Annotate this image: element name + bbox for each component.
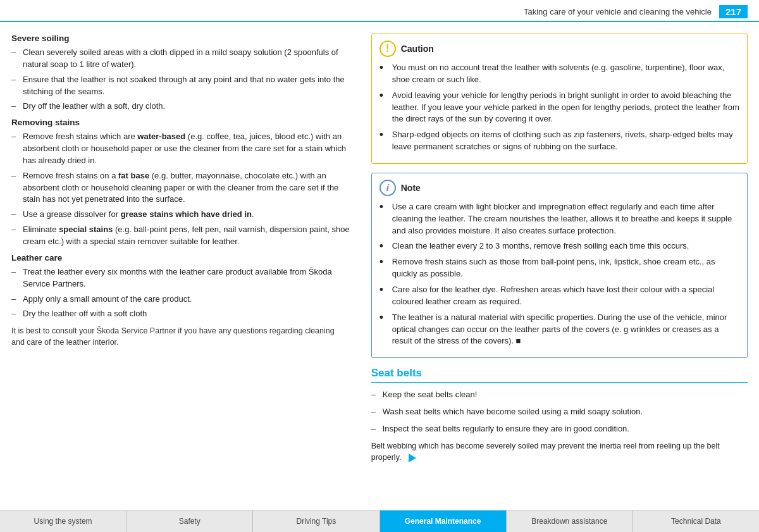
item-text: Apply only a small amount of the care pr…	[23, 294, 192, 306]
nav-item-using-the-system[interactable]: Using the system	[0, 510, 126, 532]
note-header: i Note	[379, 180, 739, 196]
item-text: Care also for the leather dye. Refreshen…	[392, 284, 739, 308]
item-text: Use a grease dissolver for grease stains…	[23, 209, 254, 221]
list-item: • Sharp-edged objects on items of clothi…	[379, 129, 739, 153]
arrow-right-icon	[409, 454, 416, 462]
item-text: Wash seat belts which have become soiled…	[383, 406, 643, 418]
page-header: Taking care of your vehicle and cleaning…	[0, 0, 759, 22]
removing-stains-list: – Remove fresh stains which are water-ba…	[11, 131, 350, 248]
list-item: – Dry off the leather with a soft, dry c…	[11, 101, 350, 113]
bullet-dot: •	[379, 201, 390, 213]
list-item: • The leather is a natural material with…	[379, 312, 739, 348]
page-wrapper: Taking care of your vehicle and cleaning…	[0, 0, 759, 532]
nav-item-driving-tips[interactable]: Driving Tips	[253, 510, 379, 532]
item-text: Remove fresh stains which are water-base…	[23, 131, 350, 167]
bullet-dot: •	[379, 62, 390, 73]
list-item: – Apply only a small amount of the care …	[11, 294, 350, 306]
bullet-dot: •	[379, 129, 390, 140]
bullet-dot: •	[379, 240, 390, 252]
note-title: Note	[401, 183, 421, 193]
item-text: The leather is a natural material with s…	[392, 312, 739, 348]
main-content: Severe soiling – Clean severely soiled a…	[0, 22, 759, 510]
dash-icon: –	[11, 308, 20, 320]
footer-nav: Using the system Safety Driving Tips Gen…	[0, 510, 759, 532]
item-text: Inspect the seat belts regularly to ensu…	[383, 423, 629, 435]
item-text: Sharp-edged objects on items of clothing…	[392, 129, 739, 153]
leather-care-section: Leather care – Treat the leather every s…	[11, 253, 350, 349]
info-text: It is best to consult your Škoda Service…	[11, 325, 350, 348]
list-item: – Clean severely soiled areas with a clo…	[11, 47, 350, 71]
item-text: Clean severely soiled areas with a cloth…	[23, 47, 350, 71]
list-item: – Wash seat belts which have become soil…	[371, 406, 748, 418]
list-item: • Care also for the leather dye. Refresh…	[379, 284, 739, 308]
list-item: • Avoid leaving your vehicle for lengthy…	[379, 90, 739, 126]
dash-icon: –	[11, 170, 20, 182]
severe-soiling-section: Severe soiling – Clean severely soiled a…	[11, 34, 350, 113]
right-column: ! Caution • You must on no account treat…	[365, 34, 748, 510]
seat-belts-title: Seat belts	[371, 367, 748, 383]
note-box: i Note • Use a care cream with light blo…	[371, 173, 748, 358]
nav-item-safety[interactable]: Safety	[126, 510, 253, 532]
bullet-dot: •	[379, 256, 390, 268]
leather-care-title: Leather care	[11, 253, 350, 263]
list-item: – Keep the seat belts clean!	[371, 389, 748, 401]
nav-item-general-maintenance[interactable]: General Maintenance	[380, 510, 507, 532]
caution-icon: !	[379, 40, 396, 57]
item-text: You must on no account treat the leather…	[392, 62, 739, 86]
item-text: Treat the leather every six months with …	[23, 266, 350, 290]
nav-item-breakdown-assistance[interactable]: Breakdown assistance	[507, 510, 633, 532]
removing-stains-section: Removing stains – Remove fresh stains wh…	[11, 118, 350, 248]
list-item: • You must on no account treat the leath…	[379, 62, 739, 86]
caution-title: Caution	[401, 44, 434, 54]
bullet-dot: •	[379, 312, 390, 323]
list-item: • Use a care cream with light blocker an…	[379, 201, 739, 237]
list-item: – Eliminate special stains (e.g. ball-po…	[11, 224, 350, 248]
bullet-dot: •	[379, 90, 390, 101]
item-text: Keep the seat belts clean!	[383, 389, 478, 401]
nav-item-technical-data[interactable]: Technical Data	[633, 510, 759, 532]
dash-icon: –	[11, 101, 20, 113]
leather-care-list: – Treat the leather every six months wit…	[11, 266, 350, 320]
item-text: Remove fresh stains on a fat base (e.g. …	[23, 170, 350, 206]
item-text: Eliminate special stains (e.g. ball-poin…	[23, 224, 350, 248]
page-number: 217	[719, 5, 748, 18]
seat-belts-list: – Keep the seat belts clean! – Wash seat…	[371, 389, 748, 435]
belt-webbing-text: Belt webbing which has become severely s…	[371, 440, 748, 463]
item-text: Use a care cream with light blocker and …	[392, 201, 739, 237]
dash-icon: –	[11, 266, 20, 278]
list-item: – Treat the leather every six months wit…	[11, 266, 350, 290]
bullet-dot: •	[379, 284, 390, 295]
dash-icon: –	[11, 209, 20, 221]
item-text: Ensure that the leather is not soaked th…	[23, 74, 350, 98]
dash-icon: –	[11, 47, 20, 59]
header-title: Taking care of your vehicle and cleaning…	[11, 7, 719, 16]
dash-icon: –	[11, 224, 20, 236]
list-item: – Dry the leather off with a soft cloth	[11, 308, 350, 320]
list-item: – Remove fresh stains on a fat base (e.g…	[11, 170, 350, 206]
dash-icon: –	[371, 423, 380, 435]
note-bullets: • Use a care cream with light blocker an…	[379, 201, 739, 347]
severe-soiling-list: – Clean severely soiled areas with a clo…	[11, 47, 350, 113]
severe-soiling-title: Severe soiling	[11, 34, 350, 43]
item-text: Avoid leaving your vehicle for lengthy p…	[392, 90, 739, 126]
dash-icon: –	[371, 389, 380, 401]
caution-bullets: • You must on no account treat the leath…	[379, 62, 739, 153]
item-text: Dry off the leather with a soft, dry clo…	[23, 101, 165, 113]
dash-icon: –	[11, 294, 20, 306]
item-text: Dry the leather off with a soft cloth	[23, 308, 147, 320]
list-item: • Remove fresh stains such as those from…	[379, 256, 739, 280]
caution-header: ! Caution	[379, 40, 739, 57]
removing-stains-title: Removing stains	[11, 118, 350, 127]
list-item: – Remove fresh stains which are water-ba…	[11, 131, 350, 167]
dash-icon: –	[371, 406, 380, 418]
item-text: Remove fresh stains such as those from b…	[392, 256, 739, 280]
dash-icon: –	[11, 131, 20, 143]
list-item: – Use a grease dissolver for grease stai…	[11, 209, 350, 221]
list-item: • Clean the leather every 2 to 3 months,…	[379, 240, 739, 252]
caution-box: ! Caution • You must on no account treat…	[371, 34, 748, 164]
left-column: Severe soiling – Clean severely soiled a…	[11, 34, 365, 510]
dash-icon: –	[11, 74, 20, 86]
note-icon: i	[379, 180, 396, 196]
seat-belts-section: Seat belts – Keep the seat belts clean! …	[371, 367, 748, 463]
item-text: Clean the leather every 2 to 3 months, r…	[392, 240, 689, 252]
